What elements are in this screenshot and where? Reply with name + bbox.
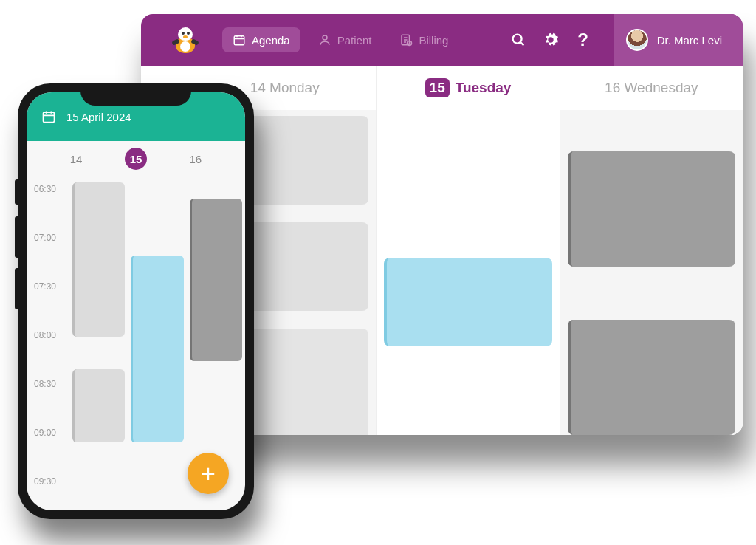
day-number-badge: 15 bbox=[425, 78, 450, 97]
phone-button-vol-up bbox=[15, 216, 18, 258]
calendar-event[interactable] bbox=[131, 256, 183, 442]
nav-agenda[interactable]: Agenda bbox=[222, 27, 300, 52]
header-actions: ? Dr. Marc Levi bbox=[502, 14, 743, 66]
calendar-event[interactable] bbox=[568, 151, 735, 267]
add-button[interactable]: + bbox=[188, 453, 229, 494]
gear-icon bbox=[543, 32, 559, 48]
mobile-date-label: 15 April 2024 bbox=[66, 111, 131, 123]
mobile-calendar: 06:3007:0007:3008:0008:3009:0009:30 + bbox=[27, 176, 245, 510]
nav-billing-label: Billing bbox=[419, 34, 448, 47]
day-column[interactable]: 15Tuesday bbox=[376, 66, 559, 435]
phone-button-silent bbox=[15, 179, 18, 205]
time-label: 06:30 bbox=[34, 184, 69, 233]
time-label: 09:30 bbox=[34, 476, 69, 510]
nav-patient[interactable]: Patient bbox=[308, 27, 382, 52]
calendar-event[interactable] bbox=[72, 182, 125, 337]
mobile-day-tabs: 141516 bbox=[27, 141, 245, 176]
phone-device: 15 April 2024 141516 06:3007:0007:3008:0… bbox=[18, 83, 254, 519]
svg-rect-0 bbox=[234, 36, 244, 45]
phone-button-vol-down bbox=[15, 268, 18, 309]
billing-icon bbox=[399, 33, 413, 47]
day-body[interactable] bbox=[377, 110, 559, 435]
svg-point-1 bbox=[323, 35, 327, 40]
day-body[interactable] bbox=[560, 110, 743, 435]
calendar-event[interactable] bbox=[568, 320, 735, 435]
person-icon bbox=[318, 33, 331, 47]
time-label: 07:00 bbox=[34, 233, 69, 281]
day-column[interactable]: 16 Wednesday bbox=[560, 66, 743, 435]
plus-icon: + bbox=[201, 459, 216, 488]
app-logo[interactable] bbox=[171, 25, 200, 55]
svg-rect-5 bbox=[44, 112, 55, 122]
desktop-header: Agenda Patient Billing ? Dr. Marc Levi bbox=[141, 14, 743, 66]
day-column[interactable] bbox=[69, 176, 128, 510]
user-chip[interactable]: Dr. Marc Levi bbox=[614, 14, 743, 66]
calendar-event[interactable] bbox=[190, 199, 242, 361]
nav-billing[interactable]: Billing bbox=[389, 27, 458, 52]
nav-agenda-label: Agenda bbox=[252, 34, 290, 47]
search-button[interactable] bbox=[502, 24, 535, 56]
settings-button[interactable] bbox=[535, 24, 567, 56]
day-tab[interactable]: 14 bbox=[70, 153, 83, 165]
day-name: Tuesday bbox=[456, 80, 512, 96]
mobile-time-gutter: 06:3007:0007:3008:0008:3009:0009:30 bbox=[27, 176, 69, 510]
time-label: 08:30 bbox=[34, 379, 69, 428]
calendar-icon[interactable] bbox=[41, 109, 56, 124]
day-tab[interactable]: 15 bbox=[125, 148, 147, 170]
time-label: 07:30 bbox=[34, 281, 69, 330]
time-label: 08:00 bbox=[34, 330, 69, 379]
calendar-event[interactable] bbox=[384, 258, 551, 346]
phone-screen: 15 April 2024 141516 06:3007:0007:3008:0… bbox=[27, 92, 245, 510]
calendar-icon bbox=[233, 33, 246, 47]
calendar-event[interactable] bbox=[72, 369, 125, 442]
day-header: 15Tuesday bbox=[377, 66, 559, 110]
search-icon bbox=[510, 32, 526, 48]
phone-notch bbox=[80, 83, 191, 106]
day-tab[interactable]: 16 bbox=[190, 153, 202, 165]
help-button[interactable]: ? bbox=[567, 24, 599, 56]
user-name: Dr. Marc Levi bbox=[657, 34, 722, 47]
time-label: 09:00 bbox=[34, 428, 69, 476]
help-icon: ? bbox=[577, 30, 588, 50]
day-column[interactable] bbox=[128, 176, 186, 510]
nav-patient-label: Patient bbox=[337, 34, 372, 47]
desktop-day-columns: 14 Monday15Tuesday16 Wednesday bbox=[193, 66, 743, 435]
svg-point-4 bbox=[512, 35, 521, 44]
avatar bbox=[626, 29, 648, 51]
day-header: 16 Wednesday bbox=[560, 66, 743, 110]
